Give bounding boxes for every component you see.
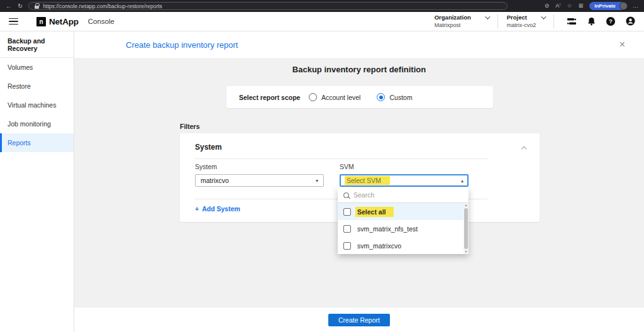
chevron-down-icon <box>541 14 546 19</box>
url-text[interactable]: https://console.netapp.com/backup-restor… <box>43 3 162 9</box>
system-field: System matrixcvo ▾ <box>195 163 324 187</box>
system-select[interactable]: matrixcvo ▾ <box>195 174 324 187</box>
browser-actions: ⊘ A⁾ ☆ ⊞ InPrivate … <box>545 2 638 10</box>
screen: ← ↻ https://console.netapp.com/backup-re… <box>0 0 644 332</box>
svm-field-label: SVM <box>340 163 469 170</box>
sidebar-item-reports[interactable]: Reports <box>0 133 74 152</box>
system-select-value: matrixcvo <box>201 177 229 184</box>
project-label: Project <box>507 14 527 21</box>
sidebar-item-virtual-machines[interactable]: Virtual machines <box>0 96 74 114</box>
browser-toolbar: ← ↻ https://console.netapp.com/backup-re… <box>0 0 644 12</box>
footer-bar: Create Report <box>74 307 644 332</box>
inprivate-label: InPrivate <box>594 3 616 9</box>
scope-label: Select report scope <box>239 94 309 101</box>
inprivate-badge[interactable]: InPrivate <box>589 2 626 10</box>
sidebar-header-backup-and-recovery[interactable]: Backup and Recovery <box>0 31 74 58</box>
sidebar-item-volumes[interactable]: Volumes <box>0 58 74 77</box>
system-field-label: System <box>195 163 324 170</box>
browser-profile-avatar[interactable] <box>619 2 628 10</box>
search-icon <box>343 192 349 198</box>
page-heading: Backup inventory report definition <box>74 58 644 74</box>
add-system-link[interactable]: + Add System <box>195 205 240 213</box>
hamburger-menu-icon[interactable] <box>9 18 18 25</box>
add-system-label: Add System <box>202 205 240 213</box>
create-report-button[interactable]: Create Report <box>328 314 390 326</box>
radio-icon-unselected[interactable] <box>309 93 317 101</box>
svm-options-list: Select all svm_matrix_nfs_test svm_matri… <box>338 203 469 254</box>
account-icon[interactable] <box>626 16 635 26</box>
panel-title: Create backup inventory report <box>126 40 238 50</box>
organization-label: Organization <box>435 14 471 21</box>
tracking-prevention-icon[interactable]: ⊘ <box>545 3 550 9</box>
app-header: n NetApp Console Organization Matrixpost… <box>0 12 644 31</box>
netapp-logo: n NetApp <box>36 17 79 26</box>
header-right: Organization Matrixpost Project matrix-c… <box>435 14 635 28</box>
panel-titlebar: Create backup inventory report × <box>74 31 644 58</box>
scroll-up-icon[interactable]: ▲ <box>465 203 468 208</box>
filters-section-label: Filters <box>180 123 200 130</box>
lock-icon <box>35 6 39 9</box>
page-body: Backup inventory report definition Selec… <box>74 58 644 307</box>
read-aloud-icon[interactable]: A⁾ <box>555 3 560 9</box>
checkbox-icon[interactable] <box>343 242 351 250</box>
project-selector[interactable]: Project matrix-cvo2 <box>507 14 545 28</box>
checkbox-icon[interactable] <box>343 225 351 233</box>
system-filter-card: System System matrixcvo ▾ <box>180 133 540 222</box>
browser-menu-icon[interactable]: … <box>633 3 638 9</box>
sidebar-item-restore[interactable]: Restore <box>0 77 74 96</box>
svm-select-value: Select SVM <box>345 176 390 185</box>
radio-custom[interactable]: Custom <box>377 93 412 101</box>
system-card-title: System <box>195 143 222 152</box>
help-icon[interactable]: ? <box>606 17 615 26</box>
checkbox-icon[interactable] <box>343 208 351 216</box>
svm-field: SVM Select SVM ▴ <box>340 163 469 187</box>
svm-search-row <box>338 187 469 203</box>
scrollbar-thumb[interactable] <box>464 208 468 249</box>
svm-option-label: svm_matrixcvo <box>357 242 401 250</box>
svm-dropdown-popup: Select all svm_matrix_nfs_test svm_matri… <box>338 187 469 254</box>
address-bar[interactable]: https://console.netapp.com/backup-restor… <box>28 2 508 10</box>
dropdown-scrollbar[interactable]: ▲ ▼ <box>464 203 469 254</box>
radio-custom-label: Custom <box>389 94 412 101</box>
divider <box>497 14 498 28</box>
scroll-down-icon[interactable]: ▼ <box>465 250 468 254</box>
product-name: Console <box>88 18 114 25</box>
plus-icon: + <box>195 205 199 213</box>
caret-down-icon: ▾ <box>316 178 318 184</box>
radio-account-level[interactable]: Account level <box>309 93 360 101</box>
notifications-bell-icon[interactable] <box>587 17 596 26</box>
svm-search-input[interactable] <box>353 191 463 199</box>
svm-option-select-all[interactable]: Select all <box>338 203 469 220</box>
sidebar: Backup and Recovery Volumes Restore Virt… <box>0 31 74 332</box>
radio-account-level-label: Account level <box>321 94 360 101</box>
sidebar-item-job-monitoring[interactable]: Job monitoring <box>0 114 74 133</box>
project-value: matrix-cvo2 <box>507 22 545 28</box>
content-area: Create backup inventory report × Backup … <box>74 31 644 332</box>
brand-name: NetApp <box>49 17 79 26</box>
chevron-down-icon <box>485 14 490 19</box>
svm-option-nfs-test[interactable]: svm_matrix_nfs_test <box>338 220 469 237</box>
close-icon[interactable]: × <box>619 40 625 50</box>
svm-option-label: svm_matrix_nfs_test <box>357 225 418 233</box>
svm-select[interactable]: Select SVM ▴ <box>340 174 469 187</box>
collapse-chevron-icon[interactable] <box>523 141 526 153</box>
netapp-mark-icon: n <box>36 17 46 26</box>
caret-up-icon: ▴ <box>461 178 464 184</box>
organization-selector[interactable]: Organization Matrixpost <box>435 14 489 28</box>
radio-icon-selected[interactable] <box>377 93 385 101</box>
connector-icon[interactable] <box>567 17 577 26</box>
svm-option-label: Select all <box>355 207 394 217</box>
organization-value: Matrixpost <box>435 22 489 28</box>
svm-option-matrixcvo[interactable]: svm_matrixcvo <box>338 237 469 254</box>
back-icon[interactable]: ← <box>6 3 12 9</box>
collections-icon[interactable]: ⊞ <box>579 3 584 9</box>
favorite-icon[interactable]: ☆ <box>567 3 572 9</box>
report-scope-card: Select report scope Account level Custom <box>226 86 493 108</box>
divider <box>553 14 554 28</box>
refresh-icon[interactable]: ↻ <box>18 3 23 9</box>
